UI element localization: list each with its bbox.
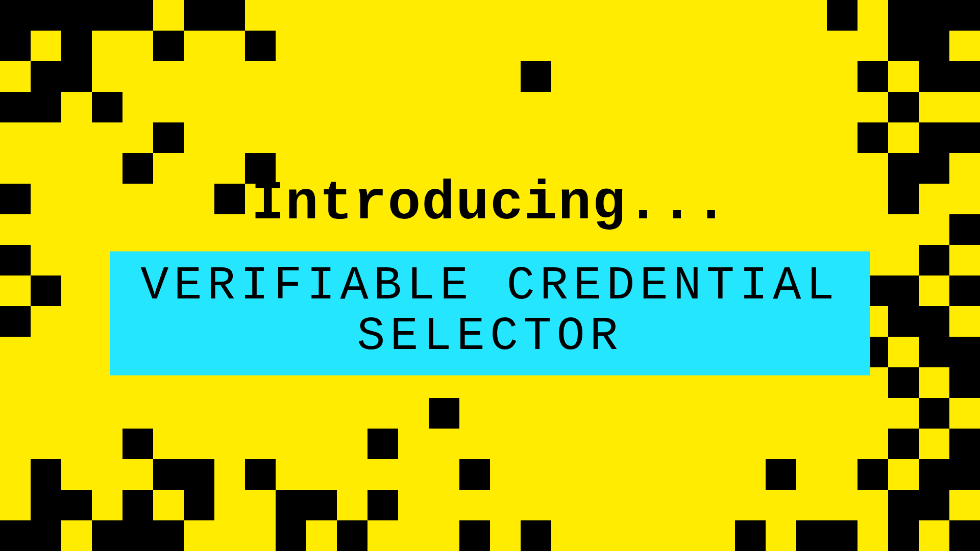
hero-content: Introducing... VERIFIABLE CREDENTIAL SEL… bbox=[0, 176, 980, 375]
title-line-2: SELECTOR bbox=[140, 311, 839, 362]
title-line-1: VERIFIABLE CREDENTIAL bbox=[140, 261, 839, 311]
intro-heading: Introducing... bbox=[0, 176, 980, 231]
title-highlight-box: VERIFIABLE CREDENTIAL SELECTOR bbox=[110, 252, 870, 375]
